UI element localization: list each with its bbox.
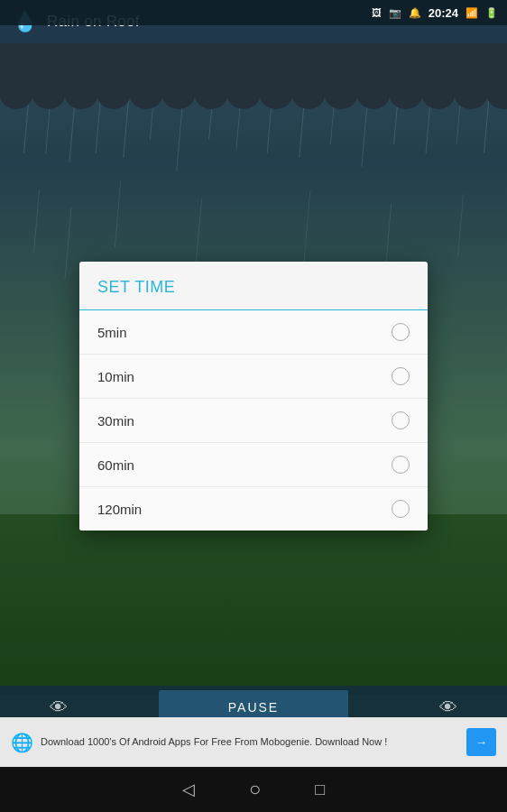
recent-button[interactable]: □ [315,780,325,799]
option-30min[interactable]: 30min [79,399,428,443]
set-time-dialog: SET TIME 5min 10min 30min 60min 120min [79,262,428,531]
ad-icon: 🌐 [11,732,33,753]
option-5min-radio[interactable] [392,323,410,341]
status-image-icon: 🖼 [372,7,382,18]
ad-download-icon: → [475,735,487,749]
ad-download-button[interactable]: → [466,728,496,756]
status-time: 20:24 [429,6,458,20]
option-10min-radio[interactable] [392,367,410,385]
option-5min-label: 5min [97,325,127,340]
option-60min[interactable]: 60min [79,443,428,487]
home-button[interactable]: ○ [249,778,261,801]
option-60min-label: 60min [97,457,134,473]
system-nav-bar: ◁ ○ □ [0,767,507,812]
back-button[interactable]: ◁ [182,780,195,799]
option-120min-label: 120min [97,502,142,517]
option-5min[interactable]: 5min [79,310,428,355]
status-wifi-icon: 📶 [466,7,478,19]
right-speaker-icon: 👁 [439,697,457,718]
option-120min-radio[interactable] [392,500,410,518]
status-alert-icon: 🔔 [409,7,421,19]
status-camera-icon: 📷 [389,7,401,19]
dialog-body: 5min 10min 30min 60min 120min [79,310,428,531]
dialog-header: SET TIME [79,262,428,310]
ad-text: Download 1000's Of Android Apps For Free… [41,735,466,749]
status-battery-icon: 🔋 [485,7,498,19]
option-10min[interactable]: 10min [79,355,428,399]
option-60min-radio[interactable] [392,456,410,474]
dialog-title: SET TIME [97,278,175,296]
option-10min-label: 10min [97,369,134,384]
ad-banner: 🌐 Download 1000's Of Android Apps For Fr… [0,717,507,767]
left-speaker-icon: 👁 [50,697,68,718]
option-30min-label: 30min [97,413,134,429]
option-120min[interactable]: 120min [79,487,428,531]
option-30min-radio[interactable] [392,411,410,429]
